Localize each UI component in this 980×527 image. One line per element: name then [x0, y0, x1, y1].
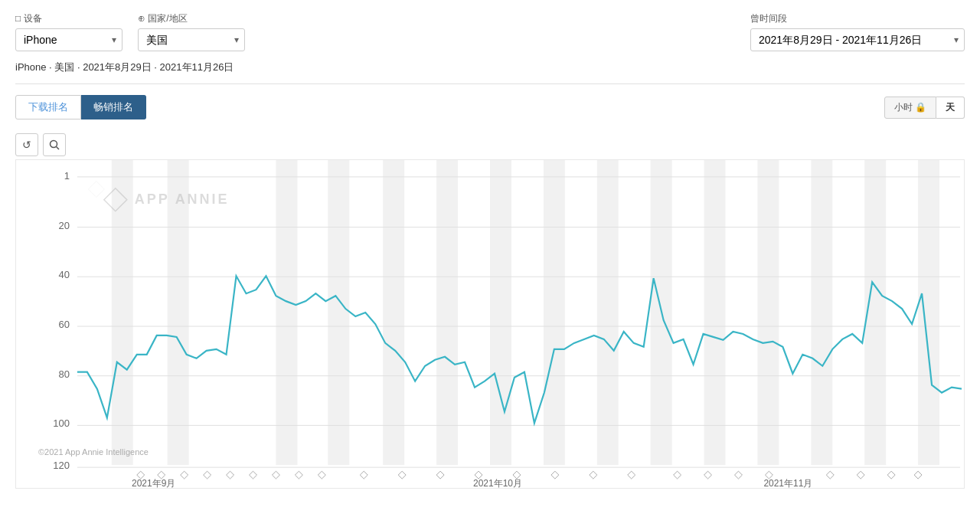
- svg-marker-54: [628, 471, 635, 479]
- svg-text:40: 40: [58, 269, 69, 280]
- svg-text:1: 1: [64, 170, 70, 182]
- top-controls-bar: □ 设备 iPhone ⊕ 国家/地区 美国 曾时间段 2021年8月29日 -…: [0, 0, 980, 57]
- svg-rect-6: [328, 160, 349, 465]
- svg-marker-48: [398, 471, 406, 479]
- tab-sales[interactable]: 畅销排名: [81, 95, 146, 119]
- svg-text:120: 120: [53, 460, 70, 471]
- svg-marker-41: [204, 471, 211, 479]
- svg-marker-62: [914, 471, 922, 479]
- svg-rect-11: [597, 160, 619, 465]
- device-select-wrapper: iPhone: [15, 28, 122, 51]
- left-tabs: 下载排名 畅销排名: [15, 95, 146, 119]
- tab-daily[interactable]: 天: [936, 97, 965, 119]
- rank-chart: 1 20 40 60 80 100 120 APP ANNIE 20: [15, 159, 965, 489]
- svg-marker-42: [227, 471, 234, 479]
- svg-rect-14: [757, 160, 779, 465]
- svg-rect-3: [112, 160, 133, 465]
- country-control-group: ⊕ 国家/地区 美国: [138, 12, 245, 51]
- svg-point-0: [51, 141, 57, 148]
- svg-marker-53: [590, 471, 597, 479]
- svg-marker-57: [734, 471, 742, 479]
- chart-container: 1 20 40 60 80 100 120 APP ANNIE 20: [0, 159, 980, 504]
- breadcrumb: iPhone · 美国 · 2021年8月29日 · 2021年11月26日: [0, 57, 980, 83]
- svg-marker-60: [857, 471, 864, 479]
- svg-marker-45: [295, 471, 302, 479]
- date-select-wrapper: 2021年8月29日 - 2021年11月26日: [750, 28, 965, 51]
- zoom-button[interactable]: [43, 133, 66, 156]
- tab-bar: 下载排名 畅销排名 小时 🔒 天: [0, 84, 980, 130]
- svg-text:80: 80: [58, 368, 69, 380]
- svg-text:100: 100: [53, 417, 70, 429]
- device-label: □ 设备: [15, 12, 122, 25]
- svg-marker-55: [674, 471, 681, 479]
- svg-rect-15: [811, 160, 832, 465]
- tab-downloads[interactable]: 下载排名: [15, 95, 81, 119]
- date-label: 曾时间段: [750, 12, 965, 25]
- country-select-wrapper: 美国: [138, 28, 245, 51]
- svg-marker-47: [360, 471, 368, 479]
- svg-marker-43: [250, 471, 257, 479]
- svg-marker-49: [436, 471, 444, 479]
- date-range-select[interactable]: 2021年8月29日 - 2021年11月26日: [750, 28, 965, 51]
- right-tabs: 小时 🔒 天: [884, 97, 965, 119]
- svg-rect-5: [276, 160, 297, 465]
- svg-text:2021年11月: 2021年11月: [763, 478, 812, 489]
- search-icon: [49, 139, 60, 150]
- svg-marker-44: [272, 471, 279, 479]
- device-select[interactable]: iPhone: [15, 28, 122, 51]
- svg-marker-61: [887, 471, 895, 479]
- svg-text:20: 20: [58, 220, 69, 231]
- tab-hourly[interactable]: 小时 🔒: [884, 97, 936, 119]
- svg-marker-40: [181, 471, 188, 479]
- svg-marker-52: [551, 471, 559, 479]
- svg-rect-7: [383, 160, 404, 465]
- svg-rect-13: [704, 160, 726, 465]
- svg-rect-17: [918, 160, 939, 465]
- svg-rect-8: [436, 160, 458, 465]
- svg-text:60: 60: [58, 319, 69, 330]
- country-select[interactable]: 美国: [138, 28, 245, 51]
- svg-marker-56: [704, 471, 712, 479]
- svg-text:2021年9月: 2021年9月: [132, 478, 175, 489]
- svg-text:APP ANNIE: APP ANNIE: [135, 191, 230, 207]
- svg-rect-9: [490, 160, 511, 465]
- svg-line-1: [57, 147, 60, 150]
- chart-controls: ↺: [0, 130, 980, 159]
- reset-button[interactable]: ↺: [15, 133, 38, 156]
- country-label: ⊕ 国家/地区: [138, 12, 245, 25]
- svg-marker-46: [318, 471, 325, 479]
- svg-text:2021年10月: 2021年10月: [473, 478, 522, 489]
- chart-wrapper: 1 20 40 60 80 100 120 APP ANNIE 20: [15, 159, 965, 489]
- date-range-group: 曾时间段 2021年8月29日 - 2021年11月26日: [750, 12, 965, 51]
- svg-rect-10: [544, 160, 565, 465]
- svg-marker-59: [826, 471, 834, 479]
- device-control-group: □ 设备 iPhone: [15, 12, 122, 51]
